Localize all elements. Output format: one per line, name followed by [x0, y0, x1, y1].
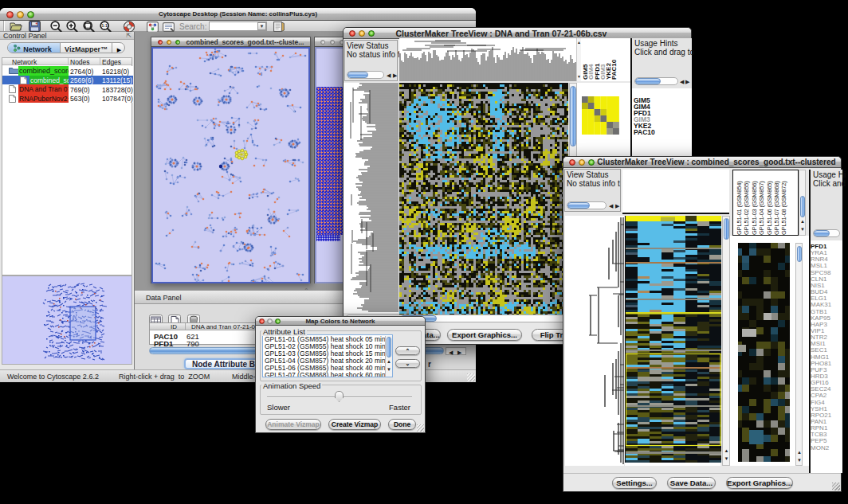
svg-text:1:1: 1:1	[102, 23, 108, 28]
